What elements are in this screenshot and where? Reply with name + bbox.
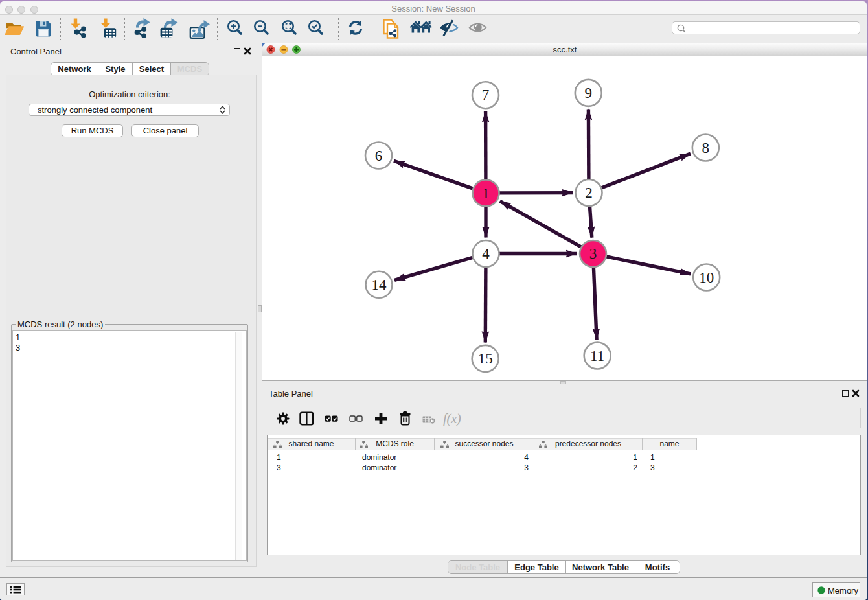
svg-text:9: 9	[585, 85, 593, 101]
svg-text:2: 2	[585, 185, 593, 201]
svg-text:14: 14	[372, 277, 387, 293]
svg-text:6: 6	[375, 148, 383, 164]
svg-text:11: 11	[590, 348, 604, 364]
svg-text:8: 8	[702, 140, 710, 156]
svg-text:4: 4	[482, 246, 490, 262]
svg-text:10: 10	[699, 270, 714, 286]
svg-text:15: 15	[478, 351, 493, 367]
svg-text:1: 1	[482, 185, 490, 202]
svg-text:7: 7	[482, 87, 490, 103]
svg-text:3: 3	[589, 246, 597, 262]
